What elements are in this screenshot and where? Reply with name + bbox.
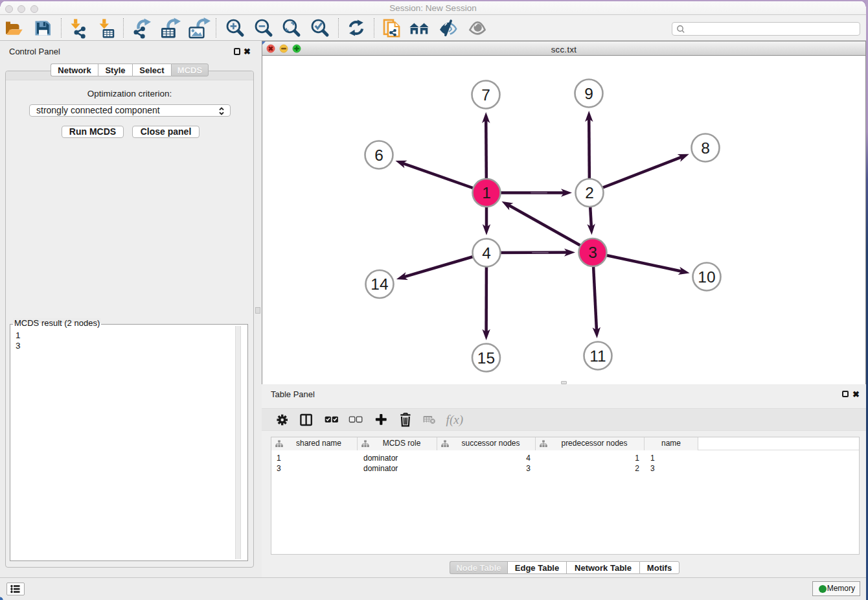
svg-text:1: 1: [482, 184, 491, 202]
svg-text:10: 10: [698, 268, 715, 286]
svg-text:14: 14: [371, 275, 388, 293]
svg-text:3: 3: [588, 244, 597, 261]
svg-text:8: 8: [701, 139, 710, 157]
svg-text:7: 7: [481, 86, 490, 104]
svg-text:f(x): f(x): [446, 413, 463, 427]
svg-text:4: 4: [482, 244, 491, 262]
svg-text:11: 11: [589, 347, 606, 365]
svg-text:2: 2: [585, 184, 594, 202]
svg-text:9: 9: [584, 85, 593, 102]
svg-text:6: 6: [374, 146, 383, 164]
svg-text:15: 15: [477, 349, 495, 367]
